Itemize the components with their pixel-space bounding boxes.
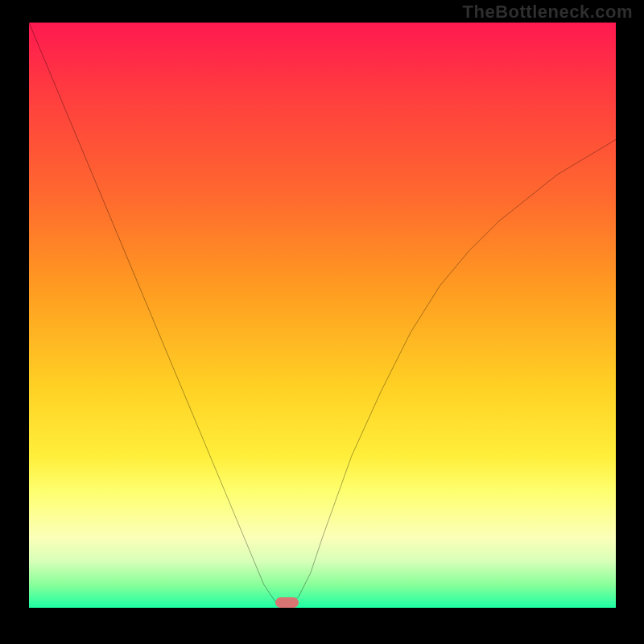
watermark-text: TheBottleneck.com <box>463 2 633 23</box>
bottleneck-curve <box>29 23 616 608</box>
curve-path <box>29 23 616 608</box>
optimal-marker <box>275 597 299 608</box>
chart-frame: TheBottleneck.com <box>0 0 644 644</box>
